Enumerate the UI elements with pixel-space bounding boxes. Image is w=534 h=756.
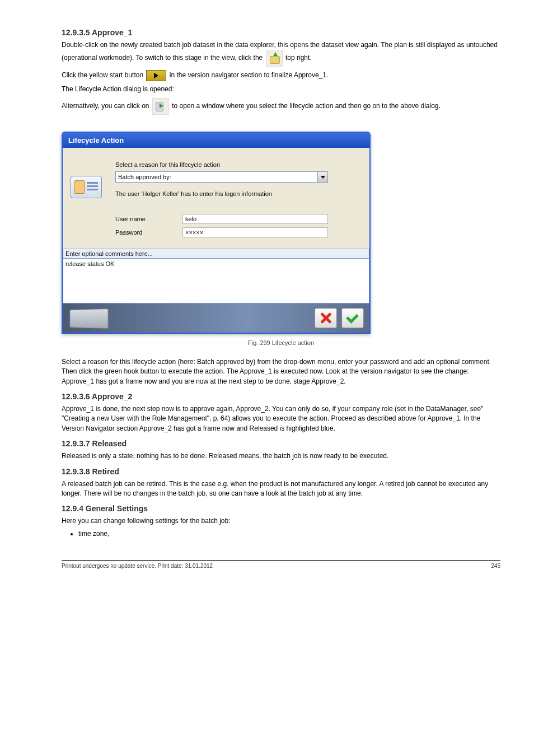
cancel-button[interactable] <box>315 308 337 328</box>
section-heading: 12.9.4 General Settings <box>62 504 500 513</box>
user-message: The user 'Holger Keller' has to enter hi… <box>115 190 362 197</box>
list-item: time zone, <box>78 530 500 538</box>
comment-textarea[interactable]: release status OK <box>63 259 369 304</box>
dialog-title: Lifecycle Action <box>63 133 369 148</box>
section-heading: 12.9.3.7 Released <box>62 439 500 448</box>
paragraph: Here you can change following settings f… <box>62 516 500 526</box>
password-input[interactable] <box>182 227 328 237</box>
comment-header: Enter optional comments here... <box>63 249 369 259</box>
play-icon <box>146 70 166 81</box>
folder-up-icon <box>266 50 283 67</box>
text: Alternatively, you can click on <box>62 102 149 110</box>
text: Click the yellow start button <box>62 72 143 80</box>
section-heading: 12.9.3.5 Approve_1 <box>62 28 500 37</box>
x-icon <box>319 311 332 325</box>
paragraph: Alternatively, you can click on to open … <box>62 98 500 115</box>
paragraph: Select a reason for this lifecycle actio… <box>62 357 500 386</box>
footer-left: Printout undergoes no update service. Pr… <box>62 563 213 569</box>
lifecycle-action-dialog: Lifecycle Action Select a reason for thi… <box>62 132 371 334</box>
figure-caption: Fig. 299 Lifecycle action <box>62 339 500 346</box>
username-label: User name <box>115 216 182 222</box>
export-icon <box>152 98 169 115</box>
text: to open a window where you select the li… <box>172 102 441 110</box>
reason-label: Select a reason for this lifecycle actio… <box>115 161 362 168</box>
bullet-list: time zone, <box>78 530 500 538</box>
password-label: Password <box>115 229 182 236</box>
reason-combobox[interactable] <box>115 171 328 183</box>
check-icon <box>345 312 360 324</box>
section-heading: 12.9.3.8 Retired <box>62 467 500 476</box>
text: in the version navigator section to fina… <box>170 72 329 80</box>
text: top right. <box>285 54 312 62</box>
paragraph: The Lifecycle Action dialog is opened: <box>62 85 500 94</box>
section-heading: 12.9.3.6 Approve_2 <box>62 392 500 401</box>
paragraph: Approve_1 is done, the next step now is … <box>62 404 500 433</box>
paragraph: Click the yellow start button in the ver… <box>62 70 500 81</box>
decorative-box-icon <box>70 309 109 329</box>
paragraph: Released is only a state, nothing has to… <box>62 451 500 461</box>
username-input[interactable] <box>182 214 328 224</box>
id-card-icon <box>71 176 102 198</box>
paragraph: A released batch job can be retired. Thi… <box>62 479 500 499</box>
paragraph: Double-click on the newly created batch … <box>62 40 500 67</box>
page-footer: Printout undergoes no update service. Pr… <box>62 560 500 569</box>
ok-button[interactable] <box>341 308 364 328</box>
reason-combobox-input[interactable] <box>116 172 317 182</box>
chevron-down-icon[interactable] <box>317 172 327 182</box>
footer-page-number: 245 <box>491 563 500 569</box>
